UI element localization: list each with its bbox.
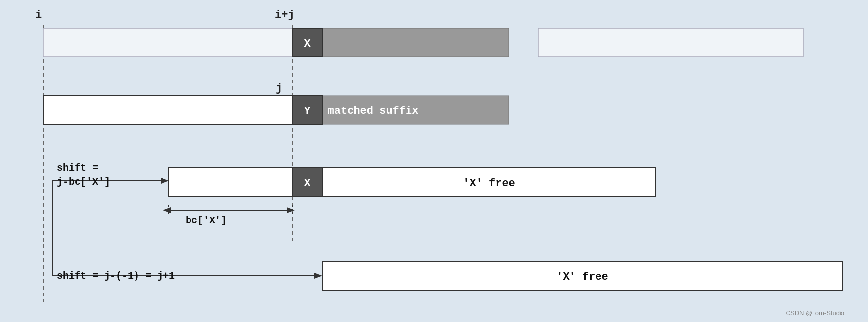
svg-rect-21 [293, 168, 322, 196]
svg-text:Y: Y [304, 105, 311, 117]
svg-rect-6 [322, 96, 509, 124]
svg-rect-7 [169, 168, 293, 196]
col-label-j: j [276, 82, 282, 95]
svg-text:shift = j-(-1) = j+1: shift = j-(-1) = j+1 [57, 270, 175, 282]
svg-rect-3 [322, 28, 509, 57]
diagram-container: i i+j j [0, 0, 868, 322]
svg-rect-2 [43, 28, 293, 57]
svg-rect-5 [43, 96, 293, 124]
diagram-svg: X Y matched suffix X 'X' free 'X' free s… [0, 0, 868, 322]
col-label-i: i [35, 9, 42, 21]
svg-rect-4 [538, 28, 803, 57]
svg-rect-12 [322, 262, 842, 290]
col-label-ij: i+j [275, 9, 295, 21]
svg-text:X: X [304, 38, 311, 50]
svg-text:bc['X']: bc['X'] [186, 215, 227, 226]
svg-rect-8 [322, 168, 656, 196]
svg-text:X: X [304, 177, 311, 189]
svg-text:j-bc['X']: j-bc['X'] [57, 176, 110, 188]
svg-rect-18 [293, 96, 322, 124]
svg-text:'X' free: 'X' free [556, 271, 608, 283]
svg-text:'X' free: 'X' free [463, 177, 515, 189]
svg-text:matched suffix: matched suffix [328, 105, 419, 117]
svg-text:shift =: shift = [57, 162, 98, 174]
svg-text:CSDN @Tom-Studio: CSDN @Tom-Studio [786, 309, 844, 317]
svg-rect-16 [293, 28, 322, 57]
